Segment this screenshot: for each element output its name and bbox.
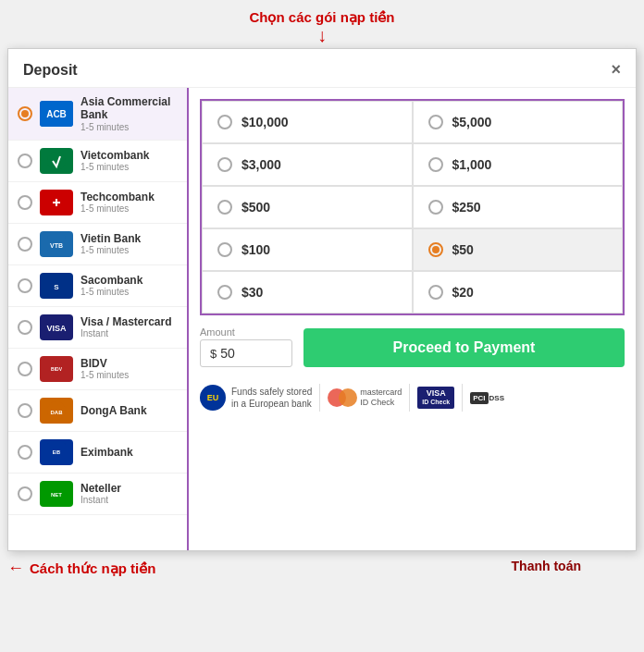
bank-info-bidv: BIDV1-5 minutes <box>80 357 129 380</box>
pci-text: PCI <box>473 394 485 402</box>
sidebar-item-stb[interactable]: SSacombank1-5 minutes <box>8 265 187 307</box>
bank-name-visa: Visa / Mastercard <box>80 315 172 328</box>
sidebar-item-vcb[interactable]: Vietcombank1-5 minutes <box>8 141 187 182</box>
svg-text:VTB: VTB <box>50 242 63 249</box>
radio-eib <box>18 445 32 460</box>
bank-time-visa: Instant <box>80 328 172 338</box>
bank-logo-vtb: VTB <box>40 231 73 257</box>
pci-box: PCI <box>470 392 488 404</box>
pci-badge: PCI DSS <box>470 392 504 404</box>
amount-cell-500[interactable]: $500 <box>202 186 413 228</box>
visa-sub: ID Check <box>422 399 450 406</box>
bank-logo-stb: S <box>40 273 73 299</box>
deposit-modal: Deposit × ACBAsia Commercial Bank1-5 min… <box>7 48 637 551</box>
radio-visa <box>18 320 32 335</box>
annotation-right: VISA ID Check <box>417 387 454 409</box>
bottom-annotation: ← Cách thức nạp tiền <box>7 559 155 578</box>
proceed-payment-button[interactable]: Proceed to Payment <box>303 328 625 367</box>
bank-info-dab: DongA Bank <box>80 404 147 417</box>
mc-orange-circle <box>339 388 357 407</box>
amount-label-value: $5,000 <box>452 115 492 129</box>
radio-acb <box>18 106 32 121</box>
svg-text:DAB: DAB <box>51 410 64 415</box>
modal-wrapper: Chọn các gói nạp tiền ↓ Deposit × ACBAsi… <box>0 0 644 652</box>
bank-logo-eib: EIB <box>40 439 73 465</box>
amount-cell-250[interactable]: $250 <box>413 186 624 228</box>
sidebar-item-net[interactable]: NETNetellerInstant <box>8 474 187 515</box>
bank-info-vtb: Vietin Bank1-5 minutes <box>80 232 141 255</box>
bank-name-acb: Asia Commercial Bank <box>80 95 178 122</box>
eu-text: Funds safely storedin a European bank <box>231 386 312 410</box>
visa-badge: VISA ID Check <box>417 387 454 409</box>
bank-name-bidv: BIDV <box>80 357 129 370</box>
bank-name-vtb: Vietin Bank <box>80 232 141 245</box>
amount-label-value: $10,000 <box>242 115 289 129</box>
sidebar-item-dab[interactable]: DABDongA Bank <box>8 390 187 432</box>
bank-name-stb: Sacombank <box>80 274 142 287</box>
amount-radio-5000 <box>428 115 443 129</box>
arrow-left-icon: ← <box>7 559 24 578</box>
amount-cell-1000[interactable]: $1,000 <box>413 143 624 186</box>
bank-logo-net: NET <box>40 481 73 507</box>
amount-label-value: $1,000 <box>452 157 492 172</box>
close-button[interactable]: × <box>611 60 621 80</box>
amount-input-group: Amount $ <box>200 326 292 367</box>
visa-text: VISA <box>427 389 446 399</box>
bank-name-vcb: Vietcombank <box>80 149 149 162</box>
amount-label-value: $20 <box>452 285 474 300</box>
dss-text: DSS <box>489 394 504 402</box>
amount-cell-5000[interactable]: $5,000 <box>413 101 624 143</box>
bank-logo-visa: VISA <box>40 314 73 340</box>
amount-radio-30 <box>217 285 232 300</box>
mastercard-icon <box>328 388 357 407</box>
radio-inner-acb <box>21 110 29 117</box>
amount-cell-3000[interactable]: $3,000 <box>202 143 413 186</box>
radio-dab <box>18 403 32 418</box>
mastercard-badge: mastercardID Check <box>328 388 402 408</box>
divider-1 <box>319 384 320 412</box>
amount-radio-3000 <box>217 157 232 172</box>
amount-input[interactable] <box>220 346 276 361</box>
bank-time-acb: 1-5 minutes <box>80 122 178 132</box>
eu-icon: EU <box>200 385 226 411</box>
modal-header: Deposit × <box>8 49 636 88</box>
amount-cell-100[interactable]: $100 <box>202 228 413 271</box>
sidebar-item-visa[interactable]: VISAVisa / MastercardInstant <box>8 307 187 349</box>
amount-cell-50[interactable]: $50 <box>413 228 624 271</box>
amount-cell-30[interactable]: $30 <box>202 271 413 314</box>
bank-time-stb: 1-5 minutes <box>80 287 142 297</box>
sidebar-item-acb[interactable]: ACBAsia Commercial Bank1-5 minutes <box>8 88 187 141</box>
bank-time-tcb: 1-5 minutes <box>80 203 155 214</box>
radio-net <box>18 486 32 501</box>
bank-info-stb: Sacombank1-5 minutes <box>80 274 142 297</box>
bank-logo-acb: ACB <box>40 101 73 127</box>
radio-vcb <box>18 154 32 168</box>
bank-info-acb: Asia Commercial Bank1-5 minutes <box>80 95 178 132</box>
amount-cell-20[interactable]: $20 <box>413 271 624 314</box>
bank-name-net: Neteller <box>80 482 121 495</box>
divider-3 <box>462 384 463 412</box>
bottom-annotation-text: Cách thức nạp tiền <box>30 560 155 577</box>
bank-time-vtb: 1-5 minutes <box>80 245 141 255</box>
footer-badges: EU Funds safely storedin a European bank… <box>200 378 625 417</box>
amount-cell-10000[interactable]: $10,000 <box>202 101 413 143</box>
bank-logo-dab: DAB <box>40 398 73 424</box>
radio-stb <box>18 278 32 293</box>
bank-time-vcb: 1-5 minutes <box>80 162 149 172</box>
amount-radio-50 <box>428 242 443 257</box>
amount-radio-1000 <box>428 157 443 172</box>
sidebar-item-tcb[interactable]: Techcombank1-5 minutes <box>8 182 187 224</box>
svg-text:NET: NET <box>51 492 62 498</box>
bank-logo-bidv: BIDV <box>40 356 73 382</box>
sidebar-item-vtb[interactable]: VTBVietin Bank1-5 minutes <box>8 224 187 265</box>
modal-title: Deposit <box>23 62 78 79</box>
amount-radio-10000 <box>217 115 232 129</box>
bank-logo-vcb <box>40 148 73 174</box>
sidebar-item-eib[interactable]: EIBEximbank <box>8 432 187 474</box>
amount-label-value: $30 <box>242 285 263 300</box>
right-content: $10,000$5,000$3,000$1,000$500$250$100$50… <box>189 88 636 550</box>
svg-text:VISA: VISA <box>46 324 67 333</box>
modal-body: ACBAsia Commercial Bank1-5 minutesVietco… <box>8 88 636 550</box>
sidebar-item-bidv[interactable]: BIDVBIDV1-5 minutes <box>8 349 187 390</box>
radio-vtb <box>18 237 32 252</box>
